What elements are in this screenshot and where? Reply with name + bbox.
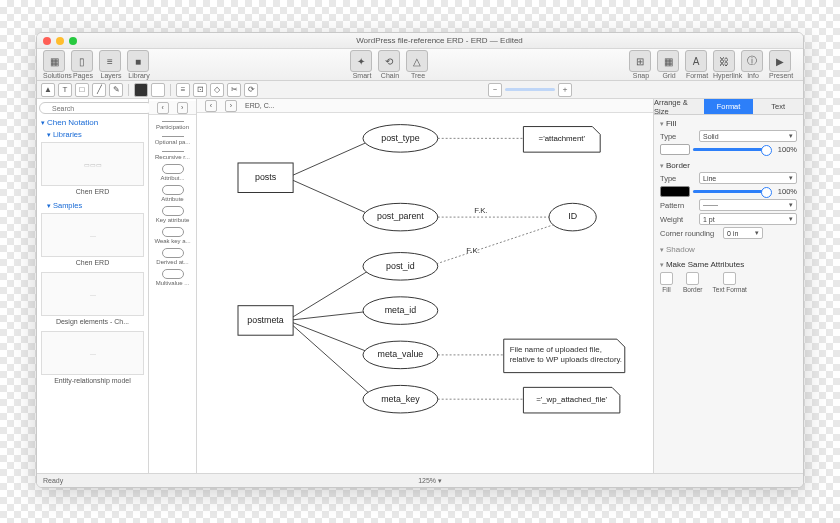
status-text: Ready [43, 477, 63, 484]
sample-thumb[interactable]: ⋯ [41, 331, 144, 375]
minimize-icon[interactable] [56, 37, 64, 45]
toolbar-snap-button[interactable]: ⊞ [629, 50, 651, 72]
tool-strip: ▲ T □ ╱ ✎ ≡ ⊡ ◇ ✂ ⟳ － ＋ [37, 81, 803, 99]
fill-opacity-slider[interactable] [693, 148, 768, 151]
search-input[interactable] [39, 102, 153, 114]
toolbar-present-button[interactable]: ▶ [769, 50, 791, 72]
group-shadow[interactable]: Shadow [660, 245, 797, 254]
pointer-tool[interactable]: ▲ [41, 83, 55, 97]
sample-thumb-label: Entity-relationship model [37, 377, 148, 384]
misc-tool-2[interactable]: ✂ [227, 83, 241, 97]
stencil-item[interactable]: Key attribute [154, 206, 190, 223]
border-weight-field[interactable]: 1 pt [699, 213, 797, 225]
tab-text[interactable]: Text [753, 99, 803, 115]
zoom-slider[interactable] [505, 88, 555, 91]
toolbar-solutions-button[interactable]: ▦ [43, 50, 65, 72]
stencil-item[interactable]: Participation [154, 121, 190, 130]
sample-thumb[interactable]: ⋯ [41, 213, 144, 257]
text-tool[interactable]: T [58, 83, 72, 97]
fk-label-2: F.K. [466, 246, 480, 255]
fwd-button[interactable]: › [177, 102, 189, 114]
misc-tool-1[interactable]: ◇ [210, 83, 224, 97]
note-filename-l2: relative to WP uploads directory. [510, 355, 622, 364]
align-tool[interactable]: ≡ [176, 83, 190, 97]
stencil-item[interactable]: Attribut... [154, 164, 190, 181]
app-window: WordPress file-reference ERD - ERD — Edi… [36, 32, 804, 488]
attr-post-id: post_id [386, 261, 415, 271]
canvas[interactable]: ‹ › ERD, C... posts [197, 99, 653, 473]
entity-postmeta: postmeta [247, 315, 283, 325]
msa-text-button[interactable] [723, 272, 736, 285]
border-pattern-select[interactable]: ─── [699, 199, 797, 211]
attr-meta-value: meta_value [378, 349, 424, 359]
stencil-item[interactable]: Derived at... [154, 248, 190, 265]
entity-posts: posts [255, 172, 277, 182]
note-attachment: ='attachment' [539, 134, 586, 143]
toolbar-chain-button[interactable]: ⟲ [378, 50, 400, 72]
fill-swatch[interactable] [134, 83, 148, 97]
zoom-icon[interactable] [69, 37, 77, 45]
toolbar-format-button[interactable]: A [685, 50, 707, 72]
window-title: WordPress file-reference ERD - ERD — Edi… [82, 36, 797, 45]
group-border[interactable]: Border [660, 161, 797, 170]
line-tool[interactable]: ╱ [92, 83, 106, 97]
border-type-select[interactable]: Line [699, 172, 797, 184]
fk-label-1: F.K. [474, 206, 488, 215]
zoom-out-button[interactable]: － [488, 83, 502, 97]
stencil-column: ‹ › ParticipationOptional pa...Recursive… [149, 99, 197, 473]
toolbar-library-button[interactable]: ■ [127, 50, 149, 72]
stencil-item[interactable]: Multivalue ... [154, 269, 190, 286]
group-msa[interactable]: Make Same Attributes [660, 260, 797, 269]
tab-arrange-size[interactable]: Arrange & Size [654, 99, 704, 115]
fill-type-select[interactable]: Solid [699, 130, 797, 142]
toolbar-info-button[interactable]: ⓘ [741, 50, 763, 72]
status-bar: Ready 125% ▾ [37, 473, 803, 487]
attr-id: ID [568, 211, 577, 221]
corner-rounding-field[interactable]: 0 in [723, 227, 763, 239]
toolbar-grid-button[interactable]: ▦ [657, 50, 679, 72]
lib-thumb[interactable]: ▭▭▭ [41, 142, 144, 186]
section-samples[interactable]: Samples [37, 199, 148, 211]
inspector-panel: Arrange & Size Format Text Fill TypeSoli… [653, 99, 803, 473]
sample-thumb-label: Design elements - Ch... [37, 318, 148, 325]
msa-fill-button[interactable] [660, 272, 673, 285]
lib-thumb-label: Chen ERD [37, 188, 148, 195]
close-icon[interactable] [43, 37, 51, 45]
section-libraries[interactable]: Libraries [37, 128, 148, 140]
sample-thumb[interactable]: ⋯ [41, 272, 144, 316]
attr-post-type: post_type [381, 133, 419, 143]
fill-color-swatch[interactable] [660, 144, 690, 155]
back-button[interactable]: ‹ [157, 102, 169, 114]
stencil-item[interactable]: Weak key a... [154, 227, 190, 244]
note-filename-l1: File name of uploaded file, [510, 345, 602, 354]
toolbar-tree-button[interactable]: △ [406, 50, 428, 72]
pen-tool[interactable]: ✎ [109, 83, 123, 97]
border-color-swatch[interactable] [660, 186, 690, 197]
attr-meta-key: meta_key [381, 394, 420, 404]
msa-border-button[interactable] [686, 272, 699, 285]
sample-thumb-label: Chen ERD [37, 259, 148, 266]
misc-tool-3[interactable]: ⟳ [244, 83, 258, 97]
attr-post-parent: post_parent [377, 211, 424, 221]
tab-format[interactable]: Format [704, 99, 754, 115]
toolbar-smart-button[interactable]: ✦ [350, 50, 372, 72]
group-fill[interactable]: Fill [660, 119, 797, 128]
zoom-in-button[interactable]: ＋ [558, 83, 572, 97]
stencil-item[interactable]: Optional pa... [154, 136, 190, 145]
library-panel: Chen Notation Libraries ▭▭▭ Chen ERD Sam… [37, 99, 149, 473]
stencil-item[interactable]: Recursive r... [154, 151, 190, 160]
stencil-item[interactable]: Attribute [154, 185, 190, 202]
toolbar-pages-button[interactable]: ▯ [71, 50, 93, 72]
shape-tool[interactable]: □ [75, 83, 89, 97]
group-tool[interactable]: ⊡ [193, 83, 207, 97]
main-toolbar: ▦Solutions▯Pages≡Layers■Library ✦Smart⟲C… [37, 49, 803, 81]
note-wp-attached: ='_wp_attached_file' [536, 395, 607, 404]
stroke-swatch[interactable] [151, 83, 165, 97]
toolbar-layers-button[interactable]: ≡ [99, 50, 121, 72]
toolbar-hyperlink-button[interactable]: ⛓ [713, 50, 735, 72]
section-chen-notation[interactable]: Chen Notation [37, 115, 148, 128]
border-opacity-slider[interactable] [693, 190, 768, 193]
attr-meta-id: meta_id [385, 305, 417, 315]
msa-options: Fill Border Text Format [660, 272, 797, 293]
zoom-level[interactable]: 125% ▾ [418, 477, 442, 485]
